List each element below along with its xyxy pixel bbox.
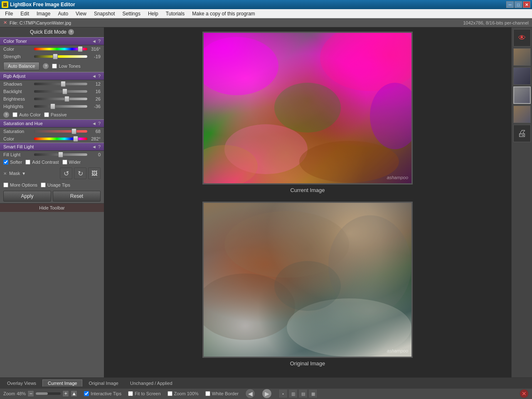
image-tool-button[interactable]: 🖼 bbox=[88, 167, 101, 179]
menu-image[interactable]: Image bbox=[33, 10, 54, 17]
menu-auto[interactable]: Auto bbox=[54, 10, 71, 17]
maximize-button[interactable]: □ bbox=[515, 1, 522, 8]
hide-toolbar-bar[interactable]: Hide Toolbar bbox=[0, 203, 104, 212]
quick-edit-header: Quick Edit Mode ? bbox=[0, 27, 104, 37]
strength-slider-track[interactable] bbox=[34, 55, 87, 58]
auto-color-help[interactable]: ? bbox=[3, 112, 9, 118]
tab-overlay-views[interactable]: Overlay Views bbox=[2, 379, 42, 387]
color-toner-help[interactable]: ? bbox=[98, 39, 101, 44]
fill-thumb[interactable] bbox=[58, 152, 63, 158]
minimize-button[interactable]: ─ bbox=[506, 1, 514, 8]
rgb-collapse[interactable]: ◄ bbox=[92, 74, 96, 79]
add-contrast-checkbox[interactable] bbox=[25, 160, 30, 165]
view-quad[interactable]: ▦ bbox=[308, 389, 318, 398]
mask-dropdown[interactable]: ▼ bbox=[22, 171, 26, 176]
highlights-thumb[interactable] bbox=[50, 103, 55, 109]
menu-file[interactable]: File bbox=[2, 10, 16, 17]
extra-options-row: More Options Usage Tips bbox=[0, 181, 104, 189]
fit-screen-group: Fit to Screen bbox=[128, 391, 160, 396]
zoom100-checkbox[interactable] bbox=[167, 391, 172, 396]
thumb-print[interactable]: 🖨 bbox=[513, 125, 531, 142]
add-contrast-row: Add Contrast bbox=[25, 160, 59, 165]
close-file-icon[interactable]: ✕ bbox=[3, 20, 7, 25]
rgb-adjust-label: Rgb Adjust bbox=[3, 74, 25, 79]
saturation-slider-row: Saturation 68 bbox=[0, 128, 104, 135]
low-tones-label: Low Tones bbox=[59, 64, 80, 69]
color-toner-label: Color Toner bbox=[3, 39, 27, 44]
auto-balance-row: Auto Balance ? Low Tones bbox=[0, 60, 104, 72]
zoom-out-button[interactable]: − bbox=[27, 390, 34, 397]
menu-view[interactable]: View bbox=[72, 10, 90, 17]
apply-button[interactable]: Apply bbox=[3, 191, 51, 202]
fill-track[interactable] bbox=[34, 153, 87, 156]
auto-color-checkbox[interactable] bbox=[12, 112, 17, 117]
shadows-thumb[interactable] bbox=[61, 81, 66, 87]
color-slider-track[interactable] bbox=[34, 48, 87, 50]
usage-tips-checkbox[interactable] bbox=[41, 182, 46, 187]
thumb-1[interactable] bbox=[513, 48, 531, 66]
zoom-in-button[interactable]: + bbox=[62, 390, 69, 397]
menu-settings[interactable]: Settings bbox=[119, 10, 144, 17]
view-split-h[interactable]: ▥ bbox=[288, 389, 298, 398]
passive-checkbox[interactable] bbox=[44, 112, 49, 117]
menu-help[interactable]: Help bbox=[145, 10, 162, 17]
rgb-help-icon[interactable]: ? bbox=[43, 63, 49, 69]
rotate-left-button[interactable]: ↺ bbox=[60, 167, 72, 179]
backlight-value: 16 bbox=[89, 89, 101, 94]
close-button[interactable]: ✕ bbox=[523, 1, 530, 8]
backlight-track[interactable] bbox=[34, 90, 87, 93]
shadows-value: 12 bbox=[89, 81, 101, 86]
fit-screen-checkbox[interactable] bbox=[128, 391, 133, 396]
help-icon[interactable]: ? bbox=[68, 29, 74, 35]
interactive-tips-checkbox[interactable] bbox=[84, 391, 89, 396]
thumb-eye[interactable]: 👁 bbox=[513, 29, 531, 47]
nav-next-button[interactable]: ▶ bbox=[262, 389, 272, 399]
strength-slider-thumb[interactable] bbox=[53, 54, 58, 59]
menu-make-copy[interactable]: Make a copy of this program bbox=[189, 10, 258, 17]
softer-checkbox[interactable] bbox=[3, 160, 8, 165]
view-single[interactable]: ▪ bbox=[278, 389, 288, 398]
tab-unchanged-applied[interactable]: Unchanged / Applied bbox=[125, 379, 178, 387]
tab-original-image[interactable]: Original Image bbox=[83, 379, 124, 387]
menu-snapshot[interactable]: Snapshot bbox=[91, 10, 118, 17]
menu-tutorials[interactable]: Tutorials bbox=[163, 10, 188, 17]
zoom-arrow-button[interactable]: ▲ bbox=[71, 390, 77, 397]
color-toner-collapse[interactable]: ◄ bbox=[92, 39, 96, 44]
rotate-right-button[interactable]: ↻ bbox=[74, 167, 86, 179]
sat-hue-collapse[interactable]: ◄ bbox=[92, 121, 96, 126]
hue-track[interactable] bbox=[34, 138, 87, 140]
smart-fill-collapse[interactable]: ◄ bbox=[92, 144, 96, 149]
main-layout: Quick Edit Mode ? Color Toner ◄ ? Color … bbox=[0, 27, 532, 377]
shadows-track[interactable] bbox=[34, 83, 87, 85]
smart-fill-help[interactable]: ? bbox=[98, 144, 101, 149]
menu-edit[interactable]: Edit bbox=[17, 10, 32, 17]
saturation-track[interactable] bbox=[34, 130, 87, 133]
zoom-slider[interactable] bbox=[36, 392, 61, 395]
view-split-v[interactable]: ▤ bbox=[298, 389, 308, 398]
sat-hue-help[interactable]: ? bbox=[98, 121, 101, 126]
thumb-2[interactable] bbox=[513, 67, 531, 85]
reset-button[interactable]: Reset bbox=[53, 191, 101, 202]
saturation-thumb[interactable] bbox=[71, 128, 76, 134]
highlights-track[interactable] bbox=[34, 105, 87, 108]
nav-prev-button[interactable]: ◀ bbox=[245, 389, 255, 399]
thumb-3[interactable] bbox=[513, 86, 531, 104]
low-tones-checkbox[interactable] bbox=[52, 64, 57, 69]
color-slider-thumb[interactable] bbox=[78, 46, 83, 52]
backlight-thumb[interactable] bbox=[62, 89, 67, 94]
original-image-svg bbox=[204, 203, 411, 357]
auto-color-checkbox-row: Auto Color bbox=[12, 112, 41, 117]
rgb-help[interactable]: ? bbox=[98, 74, 101, 79]
auto-balance-button[interactable]: Auto Balance bbox=[3, 62, 39, 70]
thumb-4[interactable] bbox=[513, 106, 531, 123]
brightness-track[interactable] bbox=[34, 98, 87, 100]
white-border-checkbox[interactable] bbox=[205, 391, 210, 396]
wider-checkbox[interactable] bbox=[62, 160, 67, 165]
more-options-checkbox[interactable] bbox=[3, 182, 8, 187]
close-action-button[interactable]: ✕ bbox=[520, 389, 529, 398]
brightness-thumb[interactable] bbox=[64, 96, 69, 102]
status-bar: Zoom 48% − + ▲ Interactive Tips Fit to S… bbox=[0, 389, 532, 399]
hue-thumb[interactable] bbox=[73, 136, 78, 142]
zoom100-group: Zoom 100% bbox=[167, 391, 199, 396]
tab-current-image[interactable]: Current Image bbox=[42, 379, 82, 387]
